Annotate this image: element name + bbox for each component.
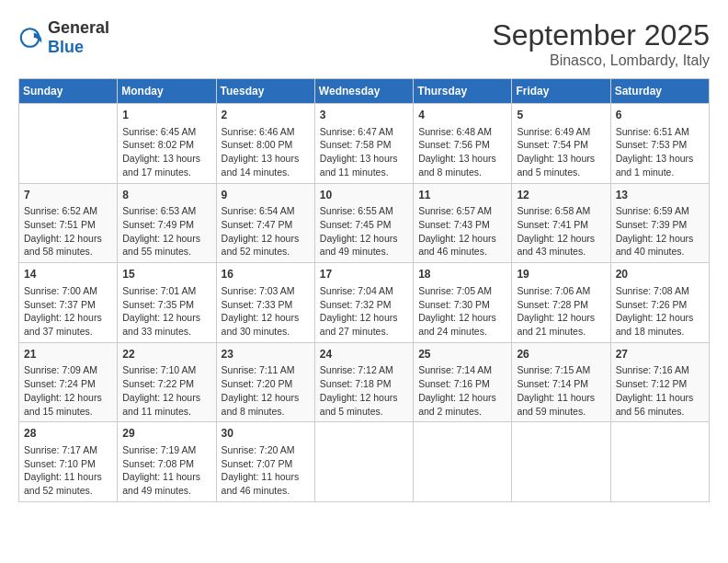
day-info: Sunrise: 7:09 AM Sunset: 7:24 PM Dayligh…: [24, 363, 112, 418]
calendar-cell: 23Sunrise: 7:11 AM Sunset: 7:20 PM Dayli…: [216, 342, 314, 422]
calendar-cell: 7Sunrise: 6:52 AM Sunset: 7:51 PM Daylig…: [19, 183, 118, 263]
calendar-cell: 11Sunrise: 6:57 AM Sunset: 7:43 PM Dayli…: [414, 183, 512, 263]
calendar-week-row: 7Sunrise: 6:52 AM Sunset: 7:51 PM Daylig…: [19, 183, 710, 263]
weekday-header: Tuesday: [216, 79, 314, 104]
day-info: Sunrise: 7:03 AM Sunset: 7:33 PM Dayligh…: [222, 284, 310, 339]
day-info: Sunrise: 7:10 AM Sunset: 7:22 PM Dayligh…: [122, 363, 210, 418]
weekday-header: Friday: [512, 79, 610, 104]
day-number: 1: [122, 108, 210, 123]
day-info: Sunrise: 6:57 AM Sunset: 7:43 PM Dayligh…: [418, 204, 506, 259]
day-number: 25: [418, 347, 506, 362]
calendar-cell: 8Sunrise: 6:53 AM Sunset: 7:49 PM Daylig…: [118, 183, 216, 263]
logo-blue: Blue: [48, 38, 84, 56]
day-number: 2: [222, 108, 310, 123]
weekday-header: Thursday: [414, 79, 512, 104]
day-number: 18: [418, 267, 506, 282]
day-info: Sunrise: 7:15 AM Sunset: 7:14 PM Dayligh…: [517, 363, 605, 418]
calendar-week-row: 28Sunrise: 7:17 AM Sunset: 7:10 PM Dayli…: [19, 422, 710, 502]
calendar-cell: 12Sunrise: 6:58 AM Sunset: 7:41 PM Dayli…: [512, 183, 610, 263]
day-number: 21: [24, 347, 112, 362]
day-info: Sunrise: 7:16 AM Sunset: 7:12 PM Dayligh…: [616, 363, 704, 418]
calendar-cell: [512, 422, 610, 502]
day-number: 11: [418, 188, 506, 203]
calendar-cell: 26Sunrise: 7:15 AM Sunset: 7:14 PM Dayli…: [512, 342, 610, 422]
calendar-cell: 4Sunrise: 6:48 AM Sunset: 7:56 PM Daylig…: [414, 104, 512, 184]
calendar-cell: 24Sunrise: 7:12 AM Sunset: 7:18 PM Dayli…: [314, 342, 413, 422]
location-title: Binasco, Lombardy, Italy: [492, 52, 710, 69]
calendar-cell: 19Sunrise: 7:06 AM Sunset: 7:28 PM Dayli…: [512, 263, 610, 343]
day-number: 13: [616, 188, 704, 203]
day-number: 15: [122, 267, 210, 282]
calendar-cell: 27Sunrise: 7:16 AM Sunset: 7:12 PM Dayli…: [610, 342, 709, 422]
calendar-week-row: 21Sunrise: 7:09 AM Sunset: 7:24 PM Dayli…: [19, 342, 710, 422]
logo: General Blue: [18, 18, 109, 57]
day-number: 16: [222, 267, 310, 282]
calendar-cell: 29Sunrise: 7:19 AM Sunset: 7:08 PM Dayli…: [118, 422, 216, 502]
calendar-week-row: 1Sunrise: 6:45 AM Sunset: 8:02 PM Daylig…: [19, 104, 710, 184]
calendar-cell: [314, 422, 413, 502]
page-header: General Blue September 2025 Binasco, Lom…: [18, 18, 710, 69]
calendar-cell: 5Sunrise: 6:49 AM Sunset: 7:54 PM Daylig…: [512, 104, 610, 184]
day-info: Sunrise: 7:08 AM Sunset: 7:26 PM Dayligh…: [616, 284, 704, 339]
calendar-cell: 22Sunrise: 7:10 AM Sunset: 7:22 PM Dayli…: [118, 342, 216, 422]
day-number: 20: [616, 267, 704, 282]
day-number: 28: [24, 426, 112, 442]
calendar-cell: 1Sunrise: 6:45 AM Sunset: 8:02 PM Daylig…: [118, 104, 216, 184]
calendar-cell: [610, 422, 709, 502]
day-info: Sunrise: 6:51 AM Sunset: 7:53 PM Dayligh…: [616, 125, 704, 179]
calendar-cell: 2Sunrise: 6:46 AM Sunset: 8:00 PM Daylig…: [216, 104, 314, 184]
day-number: 29: [122, 426, 210, 442]
calendar-cell: 20Sunrise: 7:08 AM Sunset: 7:26 PM Dayli…: [610, 263, 709, 343]
day-info: Sunrise: 7:04 AM Sunset: 7:32 PM Dayligh…: [320, 284, 408, 339]
day-number: 23: [222, 347, 310, 362]
calendar-table: SundayMondayTuesdayWednesdayThursdayFrid…: [18, 78, 710, 502]
day-info: Sunrise: 7:00 AM Sunset: 7:37 PM Dayligh…: [24, 284, 112, 339]
day-number: 24: [320, 347, 408, 362]
weekday-header: Monday: [118, 79, 216, 104]
weekday-header-row: SundayMondayTuesdayWednesdayThursdayFrid…: [19, 79, 710, 104]
calendar-cell: [414, 422, 512, 502]
day-info: Sunrise: 6:47 AM Sunset: 7:58 PM Dayligh…: [320, 125, 408, 179]
day-info: Sunrise: 6:55 AM Sunset: 7:45 PM Dayligh…: [320, 204, 408, 259]
day-info: Sunrise: 6:49 AM Sunset: 7:54 PM Dayligh…: [517, 125, 605, 179]
calendar-cell: 13Sunrise: 6:59 AM Sunset: 7:39 PM Dayli…: [610, 183, 709, 263]
day-info: Sunrise: 7:12 AM Sunset: 7:18 PM Dayligh…: [320, 363, 408, 418]
calendar-cell: 21Sunrise: 7:09 AM Sunset: 7:24 PM Dayli…: [19, 342, 118, 422]
day-number: 8: [122, 188, 210, 203]
day-info: Sunrise: 7:20 AM Sunset: 7:07 PM Dayligh…: [222, 443, 310, 498]
calendar-cell: 9Sunrise: 6:54 AM Sunset: 7:47 PM Daylig…: [216, 183, 314, 263]
day-info: Sunrise: 6:53 AM Sunset: 7:49 PM Dayligh…: [122, 204, 210, 259]
day-number: 7: [24, 188, 112, 203]
day-number: 3: [320, 108, 408, 123]
weekday-header: Wednesday: [314, 79, 413, 104]
calendar-cell: 10Sunrise: 6:55 AM Sunset: 7:45 PM Dayli…: [314, 183, 413, 263]
calendar-cell: 14Sunrise: 7:00 AM Sunset: 7:37 PM Dayli…: [19, 263, 118, 343]
day-info: Sunrise: 7:11 AM Sunset: 7:20 PM Dayligh…: [222, 363, 310, 418]
month-title: September 2025: [492, 18, 710, 52]
day-number: 22: [122, 347, 210, 362]
day-number: 26: [517, 347, 605, 362]
day-info: Sunrise: 6:58 AM Sunset: 7:41 PM Dayligh…: [517, 204, 605, 259]
calendar-week-row: 14Sunrise: 7:00 AM Sunset: 7:37 PM Dayli…: [19, 263, 710, 343]
calendar-cell: 28Sunrise: 7:17 AM Sunset: 7:10 PM Dayli…: [19, 422, 118, 502]
day-number: 14: [24, 267, 112, 282]
weekday-header: Sunday: [19, 79, 118, 104]
day-info: Sunrise: 6:45 AM Sunset: 8:02 PM Dayligh…: [122, 125, 210, 179]
day-info: Sunrise: 6:46 AM Sunset: 8:00 PM Dayligh…: [222, 125, 310, 179]
day-number: 12: [517, 188, 605, 203]
day-info: Sunrise: 7:01 AM Sunset: 7:35 PM Dayligh…: [122, 284, 210, 339]
day-number: 30: [222, 426, 310, 442]
calendar-cell: [19, 104, 118, 184]
day-info: Sunrise: 6:48 AM Sunset: 7:56 PM Dayligh…: [418, 125, 506, 179]
day-number: 4: [418, 108, 506, 123]
calendar-cell: 30Sunrise: 7:20 AM Sunset: 7:07 PM Dayli…: [216, 422, 314, 502]
logo-text: General Blue: [48, 18, 109, 57]
day-number: 19: [517, 267, 605, 282]
title-block: September 2025 Binasco, Lombardy, Italy: [492, 18, 710, 69]
day-number: 9: [222, 188, 310, 203]
weekday-header: Saturday: [610, 79, 709, 104]
day-info: Sunrise: 6:52 AM Sunset: 7:51 PM Dayligh…: [24, 204, 112, 259]
day-number: 5: [517, 108, 605, 123]
logo-icon: [18, 25, 44, 51]
calendar-cell: 17Sunrise: 7:04 AM Sunset: 7:32 PM Dayli…: [314, 263, 413, 343]
